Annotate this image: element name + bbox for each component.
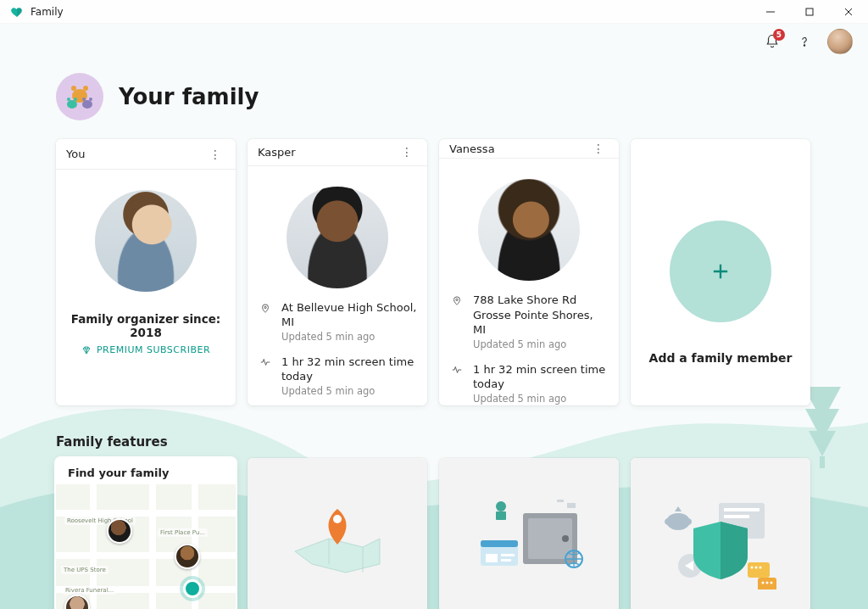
member-card-vanessa[interactable]: Vanessa ⋮ 788 Lake Shore Rd Grosse Point… [439, 139, 619, 405]
window-controls [751, 0, 868, 24]
avatar [287, 187, 388, 288]
section-title-features: Family features [56, 434, 812, 450]
content-illustration [631, 458, 810, 609]
page-header: Your family [56, 73, 812, 120]
premium-subscriber-badge: PREMIUM SUBSCRIBER [81, 344, 210, 355]
safety-illustration [439, 458, 619, 609]
svg-rect-23 [501, 554, 515, 556]
svg-point-18 [496, 501, 506, 511]
location-text: At Bellevue High School, MI [281, 300, 417, 330]
maximize-button[interactable] [790, 0, 829, 24]
feature-card-find-family[interactable]: Find your family Roosevelt High School T… [56, 458, 236, 609]
feature-card-content[interactable] [631, 458, 810, 609]
svg-point-4 [83, 86, 88, 91]
svg-rect-32 [748, 562, 770, 578]
svg-point-13 [456, 299, 458, 300]
svg-point-35 [755, 567, 758, 569]
app-title: Family [31, 6, 64, 18]
svg-point-36 [760, 567, 762, 569]
svg-point-6 [67, 98, 70, 101]
svg-point-12 [264, 306, 266, 308]
svg-point-7 [74, 98, 77, 101]
premium-label: PREMIUM SUBSCRIBER [97, 344, 210, 355]
map-current-location-dot [183, 579, 202, 598]
titlebar: Family [0, 0, 868, 24]
location-illustration [248, 458, 427, 609]
svg-point-11 [82, 100, 92, 109]
add-member-card[interactable]: Add a family member [631, 139, 810, 405]
svg-rect-22 [486, 554, 498, 562]
svg-point-14 [333, 515, 342, 523]
location-pin-icon [258, 300, 273, 343]
location-updated: Updated 5 min ago [473, 338, 609, 350]
svg-rect-30 [724, 515, 749, 518]
app-icon [10, 5, 24, 19]
notification-badge: 5 [773, 29, 785, 41]
card-menu-button[interactable]: ⋮ [589, 139, 609, 158]
location-updated: Updated 5 min ago [281, 331, 417, 343]
notifications-button[interactable]: 5 [763, 32, 782, 51]
member-card-kasper[interactable]: Kasper ⋮ At Bellevue High School, MI Upd… [248, 139, 427, 405]
map-thumbnail: Roosevelt High School The UPS Store Rive… [56, 484, 236, 609]
location-line2: Grosse Pointe Shores, MI [473, 308, 609, 338]
svg-rect-27 [557, 500, 564, 502]
help-button[interactable] [795, 32, 814, 51]
page-title: Your family [119, 84, 259, 109]
feature-card-location[interactable] [248, 458, 427, 609]
card-menu-button[interactable]: ⋮ [206, 145, 225, 164]
svg-rect-1 [806, 8, 813, 15]
member-name: You [66, 148, 85, 160]
member-name: Kasper [258, 146, 296, 159]
location-line1: 788 Lake Shore Rd [473, 293, 609, 308]
svg-rect-26 [567, 503, 576, 508]
diamond-icon [81, 345, 92, 355]
activity-icon [258, 355, 273, 397]
add-circle-icon [670, 221, 771, 322]
profile-avatar[interactable] [827, 29, 853, 54]
svg-point-3 [71, 86, 76, 91]
screen-time-text: 1 hr 32 min screen time today [473, 362, 609, 392]
svg-point-9 [82, 98, 86, 101]
avatar [95, 190, 197, 292]
svg-point-34 [751, 567, 754, 569]
svg-rect-29 [724, 508, 760, 511]
family-badge-icon [56, 73, 103, 120]
member-name: Vanessa [449, 142, 495, 155]
feature-card-safety[interactable] [439, 458, 619, 609]
svg-rect-21 [481, 540, 518, 547]
screen-time-updated: Updated 5 min ago [281, 385, 417, 397]
svg-point-17 [562, 535, 569, 542]
avatar [478, 179, 580, 281]
organizer-since-label: Family organizer since: 2018 [66, 312, 225, 339]
member-card-you[interactable]: You ⋮ Family organizer since: 2018 PREMI… [56, 139, 236, 405]
svg-rect-19 [496, 511, 506, 520]
header-actions: 5 [763, 29, 853, 54]
screen-time-updated: Updated 5 min ago [473, 393, 609, 405]
svg-point-39 [771, 582, 773, 584]
activity-icon [449, 362, 465, 405]
feature-title: Find your family [56, 458, 236, 484]
close-button[interactable] [829, 0, 868, 24]
svg-point-10 [89, 98, 92, 101]
minimize-button[interactable] [751, 0, 790, 24]
svg-point-2 [804, 45, 804, 46]
svg-point-38 [766, 582, 769, 584]
feature-cards-row: Find your family Roosevelt High School T… [56, 458, 812, 609]
member-cards-row: You ⋮ Family organizer since: 2018 PREMI… [56, 139, 812, 405]
svg-point-37 [762, 582, 765, 584]
add-member-label: Add a family member [649, 351, 793, 365]
screen-time-text: 1 hr 32 min screen time today [281, 355, 417, 384]
card-menu-button[interactable]: ⋮ [398, 142, 417, 161]
svg-rect-24 [501, 559, 511, 562]
svg-point-8 [67, 100, 77, 109]
location-pin-icon [449, 293, 465, 350]
